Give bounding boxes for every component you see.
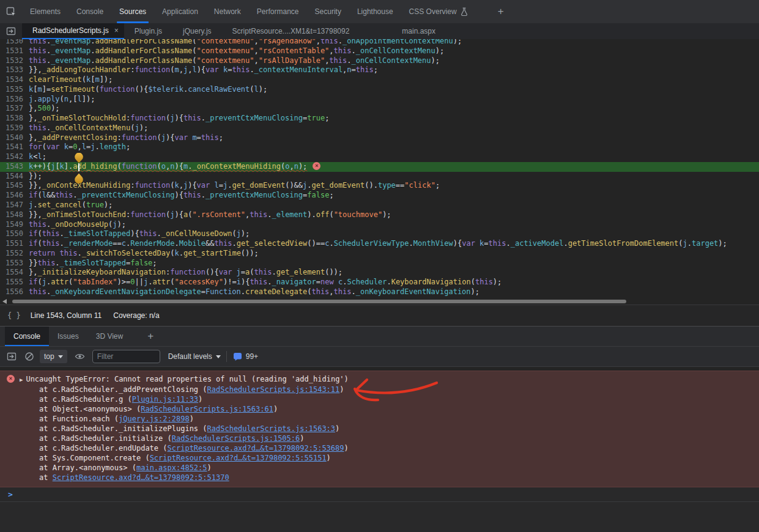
line-number[interactable]: 1532 (0, 56, 29, 66)
create-live-expression-button[interactable] (75, 352, 85, 361)
expand-triangle-icon[interactable]: ▶ (20, 375, 23, 385)
line-number[interactable]: 1547 (0, 201, 29, 210)
selection-handle-top[interactable] (73, 153, 84, 163)
drawer-tab-issues[interactable]: Issues (49, 327, 87, 346)
line-number[interactable]: 1555 (0, 278, 29, 287)
code-line[interactable]: 1548}},_onTimeSlotTouchEnd:function(j){a… (0, 210, 759, 220)
line-number[interactable]: 1541 (0, 142, 29, 152)
source-location-link[interactable]: ScriptResource.axd?d…&t=13798092:5:53689 (168, 444, 344, 453)
tab-performance[interactable]: Performance (249, 0, 307, 23)
file-tab-radschedulerscripts.js[interactable]: RadSchedulerScripts.js× (22, 23, 124, 39)
line-number[interactable]: 1537 (0, 104, 29, 114)
execution-context-selector[interactable]: top (40, 350, 67, 363)
code-line[interactable]: 1551if(this._renderMode==c.RenderMode.Mo… (0, 239, 759, 249)
log-levels-dropdown[interactable]: Default levels (168, 352, 221, 361)
line-number[interactable]: 1544 (0, 172, 29, 182)
source-location-link[interactable]: RadSchedulerScripts.js:1543:11 (207, 385, 340, 394)
code-line[interactable]: 1537},500); (0, 104, 759, 114)
line-number[interactable]: 1551 (0, 239, 29, 249)
code-line[interactable]: 1554},_initializeKeyboardNavigation:func… (0, 268, 759, 278)
code-line[interactable]: 1545}},_onContextMenuHiding:function(k,j… (0, 181, 759, 191)
line-number[interactable]: 1550 (0, 229, 29, 239)
inspect-element-button[interactable] (0, 0, 22, 23)
scrollbar-left-arrow-icon[interactable] (2, 299, 7, 304)
close-icon[interactable]: × (114, 27, 119, 34)
code-line[interactable]: 1531this._eventMap.addHandlerForClassNam… (0, 46, 759, 56)
toggle-navigator-button[interactable] (0, 23, 22, 39)
issues-counter[interactable]: 99+ (233, 352, 258, 361)
file-tab-plugin.js[interactable]: Plugin.js (124, 23, 172, 39)
line-number[interactable]: 1538 (0, 114, 29, 124)
code-line[interactable]: 1532this._eventMap.addHandlerForClassNam… (0, 56, 759, 66)
line-number[interactable]: 1556 (0, 287, 29, 297)
drawer-tab-3d-view[interactable]: 3D View (87, 327, 131, 346)
tab-lighthouse[interactable]: Lighthouse (349, 0, 401, 23)
drawer-more-tools-button[interactable]: + (140, 327, 161, 346)
tab-console[interactable]: Console (68, 0, 111, 23)
console-filter-input[interactable] (92, 350, 160, 363)
code-line[interactable]: 1555if(j.attr("tabIndex")>=0||j.attr("ac… (0, 278, 759, 287)
code-line[interactable]: 1547j.set_cancel(true); (0, 201, 759, 210)
line-number[interactable]: 1552 (0, 249, 29, 259)
clear-console-button[interactable] (24, 352, 34, 361)
code-line[interactable]: 1542k<l; (0, 152, 759, 162)
tab-application[interactable]: Application (154, 0, 206, 23)
console-sidebar-toggle-button[interactable] (7, 352, 17, 361)
tab-css-overview[interactable]: CSS Overview (401, 0, 476, 23)
source-location-link[interactable]: Plugin.js:11:33 (132, 395, 198, 404)
line-number[interactable]: 1548 (0, 210, 29, 220)
code-line[interactable]: 1549this._onDocMouseUp(j); (0, 220, 759, 230)
tab-network[interactable]: Network (206, 0, 249, 23)
code-line[interactable]: 1556this._onKeyboardEventNavigationDeleg… (0, 287, 759, 297)
line-number[interactable]: 1554 (0, 268, 29, 278)
line-number[interactable]: 1534 (0, 75, 29, 85)
code-line[interactable]: 1538},_onTimeSlotTouchHold:function(j){t… (0, 114, 759, 124)
code-line[interactable]: 1550if(this._timeSlotTapped){this._onCel… (0, 229, 759, 239)
source-location-link[interactable]: ScriptResource.axd?d…&t=13798092:5:51370 (53, 473, 229, 482)
line-number[interactable]: 1531 (0, 46, 29, 56)
code-line[interactable]: 1534clearTimeout(k[m]); (0, 75, 759, 85)
tab-elements[interactable]: Elements (22, 0, 68, 23)
code-line[interactable]: 1533}},_addLongTouchHandler:function(m,j… (0, 65, 759, 75)
selection-handle-bottom[interactable] (73, 173, 84, 183)
code-line[interactable]: 1546if(l&&this._preventCtxMenuClosing){t… (0, 191, 759, 201)
more-tools-button[interactable]: + (491, 0, 511, 23)
code-line[interactable]: 1530this._eventMap.addHandlerForClassNam… (0, 39, 759, 46)
code-editor[interactable]: 1530this._eventMap.addHandlerForClassNam… (0, 39, 759, 298)
line-number[interactable]: 1540 (0, 133, 29, 143)
code-line[interactable]: 1539this._onCellContextMenu(j); (0, 124, 759, 133)
line-number[interactable]: 1545 (0, 181, 29, 191)
source-location-link[interactable]: main.aspx:4852:5 (136, 464, 207, 472)
console-error-message[interactable]: × ▶ Uncaught TypeError: Cannot read prop… (0, 371, 759, 487)
code-line[interactable]: 1540},_addPreventClosing:function(j){var… (0, 133, 759, 143)
line-number[interactable]: 1535 (0, 85, 29, 95)
source-location-link[interactable]: RadSchedulerScripts.js:1505:6 (172, 434, 300, 443)
line-number[interactable]: 1536 (0, 95, 29, 105)
tab-sources[interactable]: Sources (111, 0, 154, 23)
inline-error-icon[interactable]: × (313, 162, 320, 170)
code-line[interactable]: 1535k[m]=setTimeout(function(){$telerik.… (0, 85, 759, 95)
code-line[interactable]: 1541for(var k=0,l=j.length; (0, 142, 759, 152)
line-number[interactable]: 1549 (0, 220, 29, 230)
drawer-tab-console[interactable]: Console (5, 327, 49, 346)
code-line[interactable]: 1543k++){j[k].add_hiding(function(o,n){m… (0, 162, 759, 172)
pretty-print-icon[interactable]: { } (7, 311, 21, 320)
console-prompt[interactable]: > (0, 487, 759, 502)
line-number[interactable]: 1539 (0, 124, 29, 133)
tab-security[interactable]: Security (307, 0, 349, 23)
line-number[interactable]: 1530 (0, 39, 29, 46)
code-line[interactable]: 1536j.apply(n,[l]); (0, 95, 759, 105)
source-location-link[interactable]: RadSchedulerScripts.js:1563:61 (141, 405, 273, 413)
scrollbar-thumb[interactable] (12, 300, 626, 303)
line-number[interactable]: 1542 (0, 152, 29, 162)
source-location-link[interactable]: jQuery.js:2:2898 (119, 415, 190, 423)
line-number[interactable]: 1546 (0, 191, 29, 201)
code-line[interactable]: 1552return this._switchToSelectedDay(k.g… (0, 249, 759, 259)
line-number[interactable]: 1543 (0, 162, 29, 172)
source-location-link[interactable]: RadSchedulerScripts.js:1563:3 (207, 424, 336, 433)
file-tab-scriptresource....xm1-t-13798092[interactable]: ScriptResource....XM1&t=13798092 (222, 23, 360, 39)
line-number[interactable]: 1533 (0, 65, 29, 75)
file-tab-main.aspx[interactable]: main.aspx (391, 23, 446, 39)
code-line[interactable]: 1553}}this._timeSlotTapped=false; (0, 259, 759, 268)
line-number[interactable]: 1553 (0, 259, 29, 268)
